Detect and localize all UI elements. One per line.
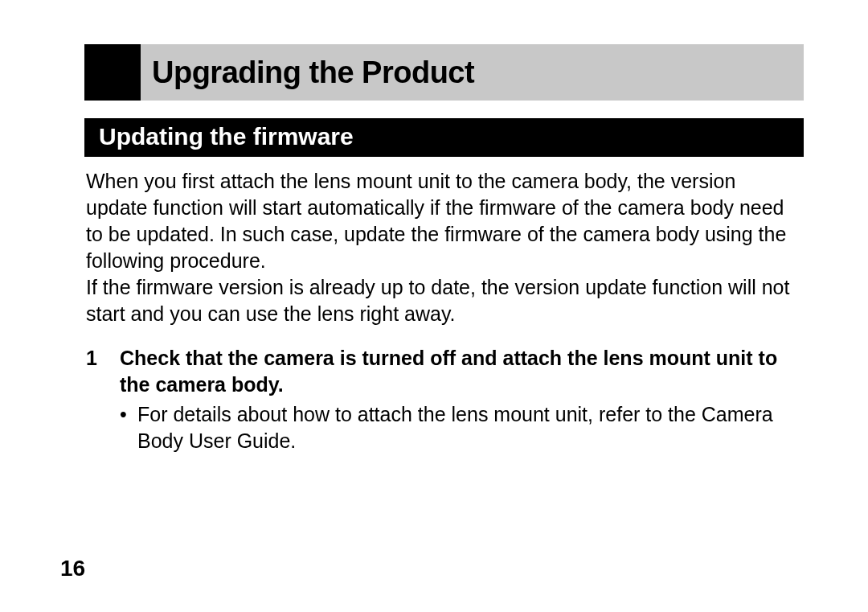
step-1: 1 Check that the camera is turned off an… [86, 345, 802, 398]
section-header: Upgrading the Product [84, 44, 804, 101]
step-block: 1 Check that the camera is turned off an… [84, 345, 804, 454]
step-number: 1 [86, 345, 120, 398]
section-title: Upgrading the Product [152, 55, 474, 90]
subsection-title: Updating the firmware [99, 123, 789, 150]
page-number: 16 [60, 556, 85, 581]
step-bullet: • For details about how to attach the le… [86, 401, 802, 454]
bullet-icon: • [120, 401, 137, 454]
manual-page: Upgrading the Product Updating the firmw… [0, 0, 868, 454]
step-text: Check that the camera is turned off and … [120, 345, 802, 398]
bullet-text: For details about how to attach the lens… [137, 401, 802, 454]
section-header-bar: Upgrading the Product [141, 44, 804, 101]
subsection-header: Updating the firmware [84, 118, 804, 157]
intro-paragraph-1: When you first attach the lens mount uni… [84, 168, 804, 274]
intro-paragraph-2: If the firmware version is already up to… [84, 274, 804, 327]
section-header-accent [84, 44, 141, 101]
